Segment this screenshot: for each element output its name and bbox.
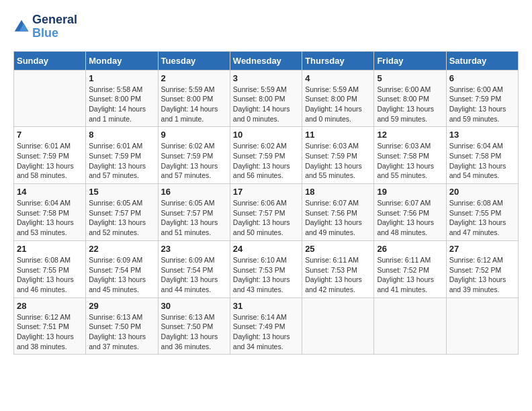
weekday-header-thursday: Thursday bbox=[302, 51, 374, 70]
calendar-cell: 25Sunrise: 6:11 AM Sunset: 7:53 PM Dayli… bbox=[302, 240, 374, 298]
day-number: 6 bbox=[449, 73, 515, 83]
calendar-cell: 27Sunrise: 6:12 AM Sunset: 7:52 PM Dayli… bbox=[446, 240, 518, 298]
day-number: 19 bbox=[377, 187, 443, 197]
day-number: 25 bbox=[305, 244, 371, 254]
day-number: 21 bbox=[17, 244, 83, 254]
day-number: 3 bbox=[233, 73, 299, 83]
day-info: Sunrise: 6:07 AM Sunset: 7:56 PM Dayligh… bbox=[377, 198, 443, 238]
day-info: Sunrise: 6:04 AM Sunset: 7:58 PM Dayligh… bbox=[17, 198, 83, 238]
day-info: Sunrise: 6:02 AM Sunset: 7:59 PM Dayligh… bbox=[233, 141, 299, 181]
calendar-cell: 23Sunrise: 6:09 AM Sunset: 7:54 PM Dayli… bbox=[158, 240, 230, 298]
weekday-header-tuesday: Tuesday bbox=[158, 51, 230, 70]
calendar-week-row: 14Sunrise: 6:04 AM Sunset: 7:58 PM Dayli… bbox=[14, 184, 519, 241]
day-number: 2 bbox=[161, 73, 227, 83]
calendar-cell: 15Sunrise: 6:05 AM Sunset: 7:57 PM Dayli… bbox=[86, 184, 158, 241]
calendar-cell: 28Sunrise: 6:12 AM Sunset: 7:51 PM Dayli… bbox=[14, 298, 86, 355]
day-number: 10 bbox=[233, 130, 299, 140]
calendar-cell: 6Sunrise: 6:00 AM Sunset: 7:59 PM Daylig… bbox=[446, 70, 518, 127]
calendar-cell: 24Sunrise: 6:10 AM Sunset: 7:53 PM Dayli… bbox=[230, 240, 302, 298]
calendar-week-row: 7Sunrise: 6:01 AM Sunset: 7:59 PM Daylig… bbox=[14, 127, 519, 184]
calendar-cell bbox=[14, 70, 86, 127]
day-number: 7 bbox=[17, 130, 83, 140]
calendar-cell bbox=[302, 298, 374, 355]
day-number: 30 bbox=[161, 301, 227, 311]
calendar-cell: 29Sunrise: 6:13 AM Sunset: 7:50 PM Dayli… bbox=[86, 298, 158, 355]
calendar-cell: 9Sunrise: 6:02 AM Sunset: 7:59 PM Daylig… bbox=[158, 127, 230, 184]
day-info: Sunrise: 5:59 AM Sunset: 8:00 PM Dayligh… bbox=[233, 85, 299, 124]
day-info: Sunrise: 6:08 AM Sunset: 7:55 PM Dayligh… bbox=[17, 255, 83, 295]
day-number: 27 bbox=[449, 244, 515, 254]
weekday-header-saturday: Saturday bbox=[446, 51, 518, 70]
day-number: 11 bbox=[305, 130, 371, 140]
day-number: 31 bbox=[233, 301, 299, 311]
day-info: Sunrise: 6:11 AM Sunset: 7:52 PM Dayligh… bbox=[377, 255, 443, 295]
day-info: Sunrise: 6:05 AM Sunset: 7:57 PM Dayligh… bbox=[161, 198, 227, 238]
calendar-cell: 20Sunrise: 6:08 AM Sunset: 7:55 PM Dayli… bbox=[446, 184, 518, 241]
day-info: Sunrise: 5:59 AM Sunset: 8:00 PM Dayligh… bbox=[161, 85, 227, 124]
day-number: 23 bbox=[161, 244, 227, 254]
calendar-body: 1Sunrise: 5:58 AM Sunset: 8:00 PM Daylig… bbox=[14, 70, 519, 355]
weekday-header-wednesday: Wednesday bbox=[230, 51, 302, 70]
day-info: Sunrise: 6:14 AM Sunset: 7:49 PM Dayligh… bbox=[233, 312, 299, 352]
day-number: 12 bbox=[377, 130, 443, 140]
calendar-cell: 2Sunrise: 5:59 AM Sunset: 8:00 PM Daylig… bbox=[158, 70, 230, 127]
day-info: Sunrise: 6:11 AM Sunset: 7:53 PM Dayligh… bbox=[305, 255, 371, 295]
day-number: 18 bbox=[305, 187, 371, 197]
calendar-cell: 12Sunrise: 6:03 AM Sunset: 7:58 PM Dayli… bbox=[374, 127, 446, 184]
day-info: Sunrise: 6:10 AM Sunset: 7:53 PM Dayligh… bbox=[233, 255, 299, 295]
calendar-cell: 31Sunrise: 6:14 AM Sunset: 7:49 PM Dayli… bbox=[230, 298, 302, 355]
day-info: Sunrise: 6:13 AM Sunset: 7:50 PM Dayligh… bbox=[89, 312, 154, 352]
calendar-cell: 19Sunrise: 6:07 AM Sunset: 7:56 PM Dayli… bbox=[374, 184, 446, 241]
calendar-table: SundayMondayTuesdayWednesdayThursdayFrid… bbox=[13, 51, 519, 355]
calendar-cell: 16Sunrise: 6:05 AM Sunset: 7:57 PM Dayli… bbox=[158, 184, 230, 241]
day-number: 26 bbox=[377, 244, 443, 254]
calendar-cell: 3Sunrise: 5:59 AM Sunset: 8:00 PM Daylig… bbox=[230, 70, 302, 127]
day-number: 8 bbox=[89, 130, 154, 140]
day-info: Sunrise: 6:02 AM Sunset: 7:59 PM Dayligh… bbox=[161, 141, 227, 181]
day-info: Sunrise: 6:03 AM Sunset: 7:59 PM Dayligh… bbox=[305, 141, 371, 181]
day-number: 4 bbox=[305, 73, 371, 83]
calendar-week-row: 1Sunrise: 5:58 AM Sunset: 8:00 PM Daylig… bbox=[14, 70, 519, 127]
day-number: 14 bbox=[17, 187, 83, 197]
calendar-cell: 4Sunrise: 5:59 AM Sunset: 8:00 PM Daylig… bbox=[302, 70, 374, 127]
day-number: 5 bbox=[377, 73, 443, 83]
calendar-cell: 10Sunrise: 6:02 AM Sunset: 7:59 PM Dayli… bbox=[230, 127, 302, 184]
calendar-week-row: 21Sunrise: 6:08 AM Sunset: 7:55 PM Dayli… bbox=[14, 240, 519, 298]
day-info: Sunrise: 6:12 AM Sunset: 7:51 PM Dayligh… bbox=[17, 312, 83, 352]
logo-icon bbox=[13, 19, 30, 35]
day-number: 22 bbox=[89, 244, 154, 254]
day-number: 28 bbox=[17, 301, 83, 311]
day-info: Sunrise: 6:05 AM Sunset: 7:57 PM Dayligh… bbox=[89, 198, 154, 238]
calendar-cell: 26Sunrise: 6:11 AM Sunset: 7:52 PM Dayli… bbox=[374, 240, 446, 298]
calendar-cell: 1Sunrise: 5:58 AM Sunset: 8:00 PM Daylig… bbox=[86, 70, 158, 127]
day-info: Sunrise: 6:00 AM Sunset: 7:59 PM Dayligh… bbox=[449, 85, 515, 124]
day-info: Sunrise: 6:08 AM Sunset: 7:55 PM Dayligh… bbox=[449, 198, 515, 238]
calendar-cell: 17Sunrise: 6:06 AM Sunset: 7:57 PM Dayli… bbox=[230, 184, 302, 241]
calendar-cell: 14Sunrise: 6:04 AM Sunset: 7:58 PM Dayli… bbox=[14, 184, 86, 241]
weekday-header-friday: Friday bbox=[374, 51, 446, 70]
weekday-header-sunday: Sunday bbox=[14, 51, 86, 70]
page-header: General Blue bbox=[13, 13, 519, 40]
day-number: 29 bbox=[89, 301, 154, 311]
day-number: 16 bbox=[161, 187, 227, 197]
calendar-cell: 21Sunrise: 6:08 AM Sunset: 7:55 PM Dayli… bbox=[14, 240, 86, 298]
weekday-header-row: SundayMondayTuesdayWednesdayThursdayFrid… bbox=[14, 51, 519, 70]
calendar-cell: 11Sunrise: 6:03 AM Sunset: 7:59 PM Dayli… bbox=[302, 127, 374, 184]
day-number: 13 bbox=[449, 130, 515, 140]
day-info: Sunrise: 5:59 AM Sunset: 8:00 PM Dayligh… bbox=[305, 85, 371, 124]
weekday-header-monday: Monday bbox=[86, 51, 158, 70]
logo-text: General Blue bbox=[32, 13, 77, 40]
calendar-cell: 13Sunrise: 6:04 AM Sunset: 7:58 PM Dayli… bbox=[446, 127, 518, 184]
calendar-cell: 5Sunrise: 6:00 AM Sunset: 8:00 PM Daylig… bbox=[374, 70, 446, 127]
day-number: 9 bbox=[161, 130, 227, 140]
calendar-cell: 7Sunrise: 6:01 AM Sunset: 7:59 PM Daylig… bbox=[14, 127, 86, 184]
calendar-week-row: 28Sunrise: 6:12 AM Sunset: 7:51 PM Dayli… bbox=[14, 298, 519, 355]
logo: General Blue bbox=[13, 13, 77, 40]
calendar-cell: 8Sunrise: 6:01 AM Sunset: 7:59 PM Daylig… bbox=[86, 127, 158, 184]
day-info: Sunrise: 6:13 AM Sunset: 7:50 PM Dayligh… bbox=[161, 312, 227, 352]
day-number: 20 bbox=[449, 187, 515, 197]
day-info: Sunrise: 6:04 AM Sunset: 7:58 PM Dayligh… bbox=[449, 141, 515, 181]
day-info: Sunrise: 6:06 AM Sunset: 7:57 PM Dayligh… bbox=[233, 198, 299, 238]
calendar-cell: 30Sunrise: 6:13 AM Sunset: 7:50 PM Dayli… bbox=[158, 298, 230, 355]
calendar-cell bbox=[446, 298, 518, 355]
